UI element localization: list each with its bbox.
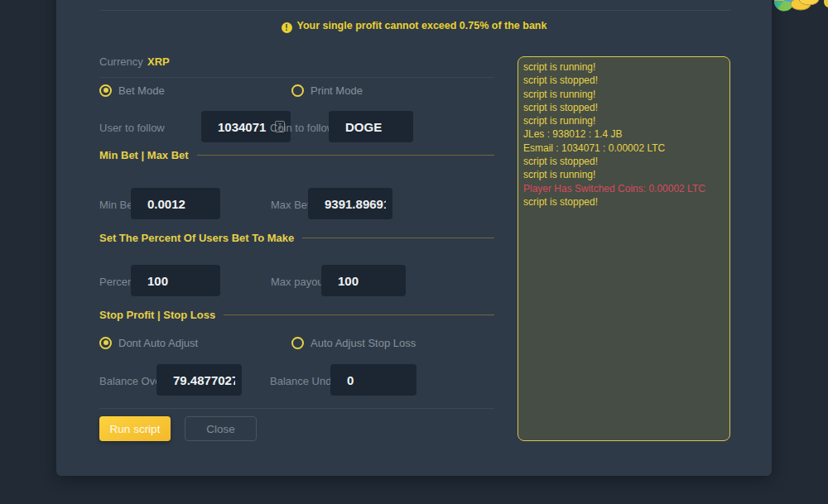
page: { "header": { "warning_text": "Your sing… xyxy=(0,0,828,504)
run-script-button[interactable]: Run script xyxy=(99,416,171,441)
max-bet-input[interactable] xyxy=(308,188,392,219)
auto-adjust-radio[interactable] xyxy=(291,337,304,349)
coins-icon[interactable] xyxy=(773,0,821,14)
log-line: script is running! xyxy=(523,60,724,74)
stop-section-title: Stop Profit | Stop Loss xyxy=(99,309,215,321)
coin-to-follow-label: Coin to follow xyxy=(270,122,335,134)
dont-auto-adjust-label: Dont Auto Adjust xyxy=(118,337,198,349)
log-line: script is running! xyxy=(523,114,724,127)
minmax-section-title: Min Bet | Max Bet xyxy=(99,149,189,161)
min-bet-input[interactable] xyxy=(131,188,220,219)
user-to-follow-label: User to follow xyxy=(99,122,165,134)
currency-value[interactable]: XRP xyxy=(147,55,170,68)
divider xyxy=(99,408,494,409)
log-line: Player Has Switched Coins: 0.00002 LTC xyxy=(523,182,724,195)
balance-under-input[interactable] xyxy=(330,364,416,396)
bot-settings-modal: !Your single profit cannot exceed 0.75% … xyxy=(56,0,772,476)
exclamation-circle-icon: ! xyxy=(282,22,292,33)
close-button[interactable]: Close xyxy=(185,416,257,441)
log-line: script is stopped! xyxy=(523,195,724,209)
max-payout-input[interactable] xyxy=(321,265,406,296)
section-rule xyxy=(197,155,494,156)
log-line: script is stopped! xyxy=(523,101,724,114)
divider xyxy=(99,77,494,78)
divider xyxy=(99,10,731,11)
log-line: Esmail : 1034071 : 0.00002 LTC xyxy=(523,142,724,155)
log-line: JLes : 938012 : 1.4 JB xyxy=(523,127,724,141)
log-line: script is stopped! xyxy=(523,155,724,168)
balance-over-input[interactable] xyxy=(156,364,242,396)
bet-mode-radio[interactable] xyxy=(99,84,112,97)
profit-warning: !Your single profit cannot exceed 0.75% … xyxy=(56,20,772,33)
auto-adjust-label: Auto Adjust Stop Loss xyxy=(310,337,416,349)
log-line: script is running! xyxy=(523,88,724,101)
percent-input[interactable] xyxy=(131,265,220,296)
max-bet-label: Max Bet xyxy=(271,199,310,211)
coin-to-follow-input[interactable] xyxy=(329,111,413,142)
log-line: script is stopped! xyxy=(523,74,724,87)
warning-text: Your single profit cannot exceed 0.75% o… xyxy=(297,20,547,31)
bet-mode-label: Bet Mode xyxy=(118,84,165,97)
section-rule xyxy=(302,238,494,238)
section-rule xyxy=(224,314,494,315)
balance-over-label: Balance Over xyxy=(99,375,165,387)
dont-auto-adjust-radio[interactable] xyxy=(99,337,112,349)
print-mode-label: Print Mode xyxy=(310,84,363,97)
max-payout-label: Max payout xyxy=(271,276,326,288)
print-mode-radio[interactable] xyxy=(291,84,304,97)
log-panel[interactable]: script is running!script is stopped!scri… xyxy=(518,56,730,441)
log-line: script is running! xyxy=(523,168,724,181)
currency-label: Currency xyxy=(99,55,143,68)
partial-coin-icon xyxy=(824,0,828,7)
percent-section-title: Set The Percent Of Users Bet To Make xyxy=(99,232,294,244)
